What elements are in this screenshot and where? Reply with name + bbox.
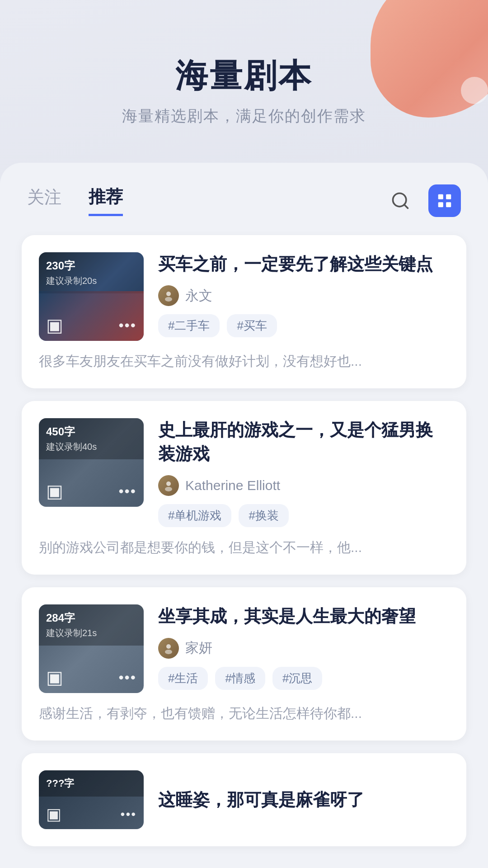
script-preview-1: 很多车友朋友在买车之前没有做好计划，没有想好也... <box>39 351 449 371</box>
grid-view-button[interactable] <box>428 184 461 217</box>
tags-row-2: #单机游戏 #换装 <box>158 504 449 527</box>
thumbnail-1: 230字 建议录制20s ▣ ••• <box>39 252 144 341</box>
main-card: 关注 推荐 <box>0 163 488 868</box>
page-subtitle: 海量精选剧本，满足你的创作需求 <box>0 106 488 127</box>
svg-point-6 <box>166 292 171 296</box>
tags-row-3: #生活 #情感 #沉思 <box>158 667 449 690</box>
tag-2-1: #换装 <box>239 504 288 527</box>
thumbnail-4: ???字 ▣ ••• <box>39 770 144 829</box>
tab-actions <box>385 184 461 217</box>
svg-point-7 <box>165 297 172 302</box>
script-card-2[interactable]: 450字 建议录制40s ▣ ••• 史上最肝的游戏之一，又是个猛男换装游戏 <box>22 401 466 575</box>
search-icon <box>390 191 410 211</box>
tab-bar: 关注 推荐 <box>0 163 488 217</box>
tag-3-0: #生活 <box>158 667 208 690</box>
tag-3-2: #沉思 <box>272 667 322 690</box>
duration-3: 建议录制21s <box>46 627 136 639</box>
duration-1: 建议录制20s <box>46 275 136 287</box>
author-name-2: Katherine Elliott <box>185 478 280 493</box>
svg-point-9 <box>165 487 172 491</box>
author-row-3: 家妍 <box>158 638 449 659</box>
tab-follow[interactable]: 关注 <box>27 186 61 216</box>
svg-point-8 <box>166 481 171 486</box>
film-icon-1: ▣ <box>46 315 63 335</box>
dots-icon-2: ••• <box>118 483 136 500</box>
svg-rect-3 <box>446 194 451 199</box>
script-title-3: 坐享其成，其实是人生最大的奢望 <box>158 604 449 628</box>
svg-point-11 <box>165 650 172 654</box>
author-name-3: 家妍 <box>185 639 212 657</box>
author-name-1: 永文 <box>185 287 212 305</box>
duration-2: 建议录制40s <box>46 441 136 453</box>
script-preview-3: 感谢生活，有剥夺，也有馈赠，无论生活怎样待你都... <box>39 703 449 723</box>
card-info-3: 坐享其成，其实是人生最大的奢望 家妍 #生活 #情感 #沉思 <box>158 604 449 693</box>
film-icon-2: ▣ <box>46 481 63 501</box>
author-row-2: Katherine Elliott <box>158 475 449 496</box>
svg-point-10 <box>166 644 171 649</box>
script-card-4[interactable]: ???字 ▣ ••• 这睡姿，那可真是麻雀呀了 <box>22 753 466 846</box>
card-info-2: 史上最肝的游戏之一，又是个猛男换装游戏 Katherine Elliott #单… <box>158 418 449 527</box>
tab-recommend[interactable]: 推荐 <box>89 185 123 216</box>
header: 海量剧本 海量精选剧本，满足你的创作需求 <box>0 0 488 127</box>
page-title: 海量剧本 <box>0 54 488 98</box>
film-icon-4: ▣ <box>46 805 61 824</box>
film-icon-3: ▣ <box>46 667 63 688</box>
search-button[interactable] <box>385 185 416 216</box>
chars-3: 284字 <box>46 611 136 625</box>
script-card-3[interactable]: 284字 建议录制21s ▣ ••• 坐享其成，其实是人生最大的奢望 家妍 <box>22 587 466 741</box>
dots-icon-4: ••• <box>121 807 136 821</box>
chars-1: 230字 <box>46 259 136 273</box>
author-avatar-2 <box>158 475 179 496</box>
thumbnail-2: 450字 建议录制40s ▣ ••• <box>39 418 144 507</box>
thumbnail-3: 284字 建议录制21s ▣ ••• <box>39 604 144 693</box>
script-list: 230字 建议录制20s ▣ ••• 买车之前，一定要先了解这些关键点 <box>0 217 488 846</box>
tag-3-1: #情感 <box>215 667 265 690</box>
chars-2: 450字 <box>46 425 136 439</box>
dots-icon-1: ••• <box>118 317 136 334</box>
grid-icon <box>436 192 453 209</box>
svg-rect-4 <box>438 202 443 207</box>
script-title-4: 这睡姿，那可真是麻雀呀了 <box>158 788 449 812</box>
script-title-2: 史上最肝的游戏之一，又是个猛男换装游戏 <box>158 418 449 466</box>
author-avatar-1 <box>158 285 179 306</box>
author-row-1: 永文 <box>158 285 449 306</box>
tag-1-0: #二手车 <box>158 314 220 337</box>
tag-2-0: #单机游戏 <box>158 504 231 527</box>
svg-rect-5 <box>446 202 451 207</box>
tags-row-1: #二手车 #买车 <box>158 314 449 337</box>
script-card-1[interactable]: 230字 建议录制20s ▣ ••• 买车之前，一定要先了解这些关键点 <box>22 235 466 388</box>
svg-rect-2 <box>438 194 443 199</box>
dots-icon-3: ••• <box>118 669 136 686</box>
chars-4: ???字 <box>46 777 136 790</box>
svg-line-1 <box>404 205 408 208</box>
script-title-1: 买车之前，一定要先了解这些关键点 <box>158 252 449 276</box>
card-info-4: 这睡姿，那可真是麻雀呀了 <box>158 788 449 812</box>
script-preview-2: 别的游戏公司都是想要你的钱，但是这个不一样，他... <box>39 537 449 557</box>
author-avatar-3 <box>158 638 179 659</box>
card-info-1: 买车之前，一定要先了解这些关键点 永文 #二手车 #买车 <box>158 252 449 341</box>
tag-1-1: #买车 <box>227 314 277 337</box>
